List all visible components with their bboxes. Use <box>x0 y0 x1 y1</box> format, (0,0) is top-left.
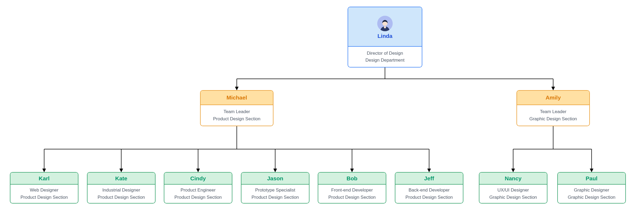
org-node-lead: Michael Team Leader Product Design Secti… <box>200 90 273 126</box>
person-section: Product Design Section <box>98 194 145 201</box>
org-node-body: Director of Design Design Department <box>348 46 422 67</box>
org-node-body: Front-end DeveloperProduct Design Sectio… <box>318 184 386 203</box>
org-node-header: Jeff <box>395 173 463 184</box>
person-section: Product Design Section <box>21 194 68 201</box>
org-node-body: Product EngineerProduct Design Section <box>164 184 232 203</box>
org-node-lead: Amily Team Leader Graphic Design Section <box>516 90 590 126</box>
org-node-member: Bob Front-end DeveloperProduct Design Se… <box>318 172 386 204</box>
org-node-body: Back-end DeveloperProduct Design Section <box>395 184 463 203</box>
person-name: Cindy <box>190 175 206 182</box>
person-title: Product Engineer <box>181 187 216 194</box>
org-node-member: Cindy Product EngineerProduct Design Sec… <box>164 172 232 204</box>
org-node-header: Jason <box>241 173 309 184</box>
person-name: Kate <box>115 175 128 182</box>
person-title: Front-end Developer <box>331 187 373 194</box>
org-node-body: Prototype SpecialistProduct Design Secti… <box>241 184 309 203</box>
person-title: Web Designer <box>30 187 58 194</box>
person-name: Bob <box>347 175 357 182</box>
org-node-header: Bob <box>318 173 386 184</box>
org-node-body: Team Leader Product Design Section <box>201 105 273 126</box>
person-section: Design Department <box>365 57 404 64</box>
org-node-header: Paul <box>558 173 625 184</box>
org-node-member: Paul Graphic DesignerGraphic Design Sect… <box>557 172 626 204</box>
person-section: Product Design Section <box>174 194 222 201</box>
person-name: Paul <box>586 175 597 182</box>
person-name: Jeff <box>424 175 434 182</box>
org-node-body: UX/UI DesignerGraphic Design Section <box>479 184 547 203</box>
person-section: Graphic Design Section <box>529 116 577 122</box>
person-title: Team Leader <box>540 108 566 115</box>
person-name: Amily <box>546 94 561 101</box>
org-node-director: Linda Director of Design Design Departme… <box>348 7 422 67</box>
avatar-icon <box>377 16 393 31</box>
org-node-member: Kate Industrial DesignerProduct Design S… <box>87 172 156 204</box>
person-title: Team Leader <box>224 108 250 115</box>
person-name: Karl <box>39 175 50 182</box>
person-title: Back-end Developer <box>408 187 450 194</box>
org-node-member: Karl Web DesignerProduct Design Section <box>10 172 78 204</box>
org-node-member: Jeff Back-end DeveloperProduct Design Se… <box>395 172 463 204</box>
person-title: Graphic Designer <box>574 187 609 194</box>
org-node-header: Karl <box>10 173 78 184</box>
person-name: Nancy <box>505 175 522 182</box>
org-node-member: Nancy UX/UI DesignerGraphic Design Secti… <box>479 172 547 204</box>
person-section: Graphic Design Section <box>489 194 537 201</box>
org-node-header: Michael <box>201 91 273 105</box>
org-node-body: Industrial DesignerProduct Design Sectio… <box>88 184 155 203</box>
org-node-header: Nancy <box>479 173 547 184</box>
person-section: Graphic Design Section <box>568 194 615 201</box>
person-section: Product Design Section <box>252 194 299 201</box>
org-node-header: Kate <box>88 173 155 184</box>
person-title: Prototype Specialist <box>255 187 295 194</box>
org-node-body: Team Leader Graphic Design Section <box>517 105 589 126</box>
person-section: Product Design Section <box>328 194 376 201</box>
person-title: Director of Design <box>367 50 403 57</box>
person-name: Linda <box>377 33 392 39</box>
person-section: Product Design Section <box>213 116 261 122</box>
person-title: Industrial Designer <box>102 187 140 194</box>
org-node-header: Linda <box>348 7 422 46</box>
org-node-body: Web DesignerProduct Design Section <box>10 184 78 203</box>
person-title: UX/UI Designer <box>497 187 529 194</box>
person-section: Product Design Section <box>406 194 453 201</box>
org-node-body: Graphic DesignerGraphic Design Section <box>558 184 625 203</box>
org-node-header: Amily <box>517 91 589 105</box>
person-name: Michael <box>226 94 247 101</box>
org-node-member: Jason Prototype SpecialistProduct Design… <box>241 172 309 204</box>
org-node-header: Cindy <box>164 173 232 184</box>
org-chart-canvas: Linda Director of Design Design Departme… <box>0 0 644 211</box>
person-name: Jason <box>267 175 283 182</box>
